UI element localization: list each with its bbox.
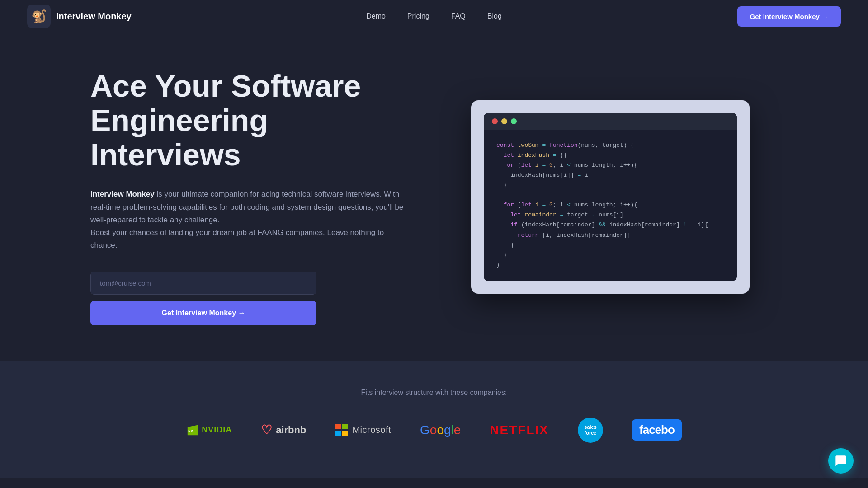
nvidia-text: NVIDIA [202, 425, 232, 435]
nav-item-faq[interactable]: FAQ [451, 12, 466, 20]
chat-icon [835, 455, 847, 467]
email-input[interactable] [90, 272, 316, 295]
logo-microsoft: Microsoft [335, 418, 391, 442]
companies-logos: NV NVIDIA ♡ airbnb Microsoft [90, 418, 778, 442]
companies-label: Fits interview structure with these comp… [90, 389, 778, 397]
hero-cta-button[interactable]: Get Interview Monkey → [90, 301, 316, 325]
hero-description: Interview Monkey is your ultimate compan… [90, 188, 407, 251]
salesforce-icon: salesforce [578, 418, 603, 443]
chat-bubble-button[interactable] [828, 448, 854, 474]
hero-section: Ace Your Software Engineering Interviews… [0, 33, 868, 361]
code-body: const twoSum = function(nums, target) { … [484, 130, 737, 281]
hero-left: Ace Your Software Engineering Interviews… [90, 69, 407, 325]
nav-link-demo[interactable]: Demo [366, 12, 386, 20]
window-dot-yellow [501, 118, 507, 124]
nav-item-blog[interactable]: Blog [487, 12, 502, 20]
nav-cta-button[interactable]: Get Interview Monkey → [737, 6, 841, 27]
logo-netflix: NETFLIX [490, 418, 549, 442]
nvidia-icon: NV [186, 424, 199, 436]
facebook-text: facebo [632, 419, 682, 441]
nav-link-faq[interactable]: FAQ [451, 12, 466, 20]
logo-text: Interview Monkey [56, 11, 132, 22]
logo-google: Google [420, 418, 461, 442]
logo-facebook: facebo [632, 418, 682, 442]
hero-brand: Interview Monkey [90, 190, 155, 198]
companies-section: Fits interview structure with these comp… [0, 361, 868, 478]
logo-nvidia: NV NVIDIA [186, 418, 232, 442]
hero-right: const twoSum = function(nums, target) { … [443, 100, 778, 294]
navbar: 🐒 Interview Monkey Demo Pricing FAQ Blog… [0, 0, 868, 33]
logo-icon: 🐒 [27, 5, 51, 28]
nav-links: Demo Pricing FAQ Blog [366, 12, 502, 20]
nav-item-pricing[interactable]: Pricing [407, 12, 429, 20]
code-window: const twoSum = function(nums, target) { … [484, 113, 737, 281]
logo[interactable]: 🐒 Interview Monkey [27, 5, 132, 28]
microsoft-icon [335, 424, 348, 436]
airbnb-text: airbnb [276, 424, 306, 436]
nav-link-pricing[interactable]: Pricing [407, 12, 429, 20]
netflix-text: NETFLIX [490, 423, 549, 437]
window-dot-green [511, 118, 517, 124]
airbnb-icon: ♡ [261, 422, 272, 437]
nav-link-blog[interactable]: Blog [487, 12, 502, 20]
hero-title: Ace Your Software Engineering Interviews [90, 69, 407, 172]
logo-salesforce: salesforce [578, 418, 603, 442]
logo-airbnb: ♡ airbnb [261, 418, 306, 442]
code-window-outer: const twoSum = function(nums, target) { … [471, 100, 750, 294]
hero-input-group: Get Interview Monkey → [90, 272, 316, 325]
window-dot-red [492, 118, 498, 124]
nav-item-demo[interactable]: Demo [366, 12, 386, 20]
microsoft-text: Microsoft [352, 425, 391, 435]
code-title-bar [484, 113, 737, 130]
svg-text:NV: NV [188, 429, 193, 432]
hero-description-rest: is your ultimate companion for acing tec… [90, 190, 403, 249]
